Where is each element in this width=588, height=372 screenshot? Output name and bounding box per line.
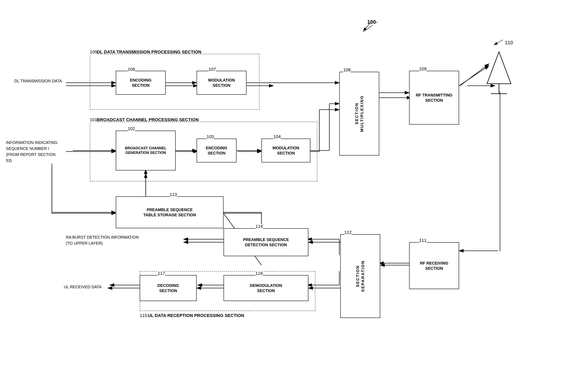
block-116: DEMODULATIONSECTION xyxy=(223,275,308,301)
ref-104: 104 xyxy=(273,134,281,139)
ref-111: 111 xyxy=(419,238,427,243)
block-103: ENCODINGSECTION xyxy=(197,139,237,162)
ref-114: 114 xyxy=(255,224,263,229)
antenna-vertical-line xyxy=(497,92,503,251)
block-117: DECODINGSECTION xyxy=(140,275,197,301)
ref-102: 102 xyxy=(128,126,135,131)
ref-109: 109 xyxy=(419,66,427,71)
ref-116: 116 xyxy=(255,271,263,276)
label-101: BROADCAST CHANNEL PROCESSING SECTION xyxy=(97,117,199,122)
antenna-to-rf-receiving-line xyxy=(458,70,498,110)
block-109: RF TRANSMITTINGSECTION xyxy=(409,71,459,125)
ref-105: 105 xyxy=(90,50,97,55)
ref-108: 108 xyxy=(343,67,351,72)
ref-103: 103 xyxy=(207,134,214,139)
svg-line-55 xyxy=(494,40,503,45)
ul-received-label: UL RECEIVED DATA xyxy=(64,285,102,289)
block-106: ENCODINGSECTION xyxy=(116,71,166,95)
antenna-to-rf-receiving-h xyxy=(458,249,500,253)
ref-101: 101 xyxy=(90,117,97,122)
ref-115: 115 xyxy=(140,313,147,318)
label-115: UL DATA RECEPTION PROCESSING SECTION xyxy=(148,313,244,318)
block-112: SEPARATIONSECTION xyxy=(340,234,380,318)
block-113: PREAMBLE SEQUENCETABLE STORAGE SECTION xyxy=(116,196,223,228)
ref-117: 117 xyxy=(158,271,165,276)
block-114: PREAMBLE SEQUENCEDETECTION SECTION xyxy=(223,228,308,256)
block-107: MODULATIONSECTION xyxy=(197,71,246,95)
block-111: RF RECEIVINGSECTION xyxy=(409,242,459,289)
block-102: BROADCAST CHANNELGENERATION SECTION xyxy=(116,131,176,171)
diagram-container: 105 DL DATA TRANSMISSION PROCESSING SECT… xyxy=(0,0,588,372)
dl-transmission-label: DL TRANSMISSION DATA xyxy=(14,79,62,83)
label-105: DL DATA TRANSMISSION PROCESSING SECTION xyxy=(97,50,201,55)
ref-100-arrow xyxy=(359,20,379,36)
ref-113: 113 xyxy=(170,192,177,197)
info-indicating-label: INFORMATION INDICATINGSEQUENCE NUMBER r(… xyxy=(6,140,62,163)
svg-line-57 xyxy=(363,22,371,31)
ra-burst-label: RA BURST DETECTION INFORMATION(TO UPPER … xyxy=(66,234,139,246)
ref-112: 112 xyxy=(344,230,352,235)
block-104: MODULATIONSECTION xyxy=(262,139,310,162)
block-108: MULTIPLEXINGSECTION xyxy=(339,72,379,155)
ref-106: 106 xyxy=(128,67,135,72)
ref-110-arrow xyxy=(487,37,507,47)
ref-107: 107 xyxy=(209,67,216,72)
